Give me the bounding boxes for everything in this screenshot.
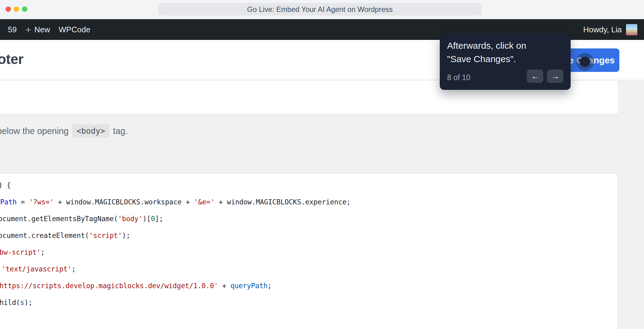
code-token-plain: ); — [24, 299, 33, 306]
code-token-plain: Child( — [0, 299, 20, 306]
new-content-menu[interactable]: + New — [21, 19, 54, 40]
code-token-plain: ; — [72, 265, 76, 273]
code-token-string: '?ws=' — [29, 198, 54, 206]
macos-titlebar: Go Live: Embed Your AI Agent on Wordpres… — [0, 0, 644, 19]
code-line[interactable]: 'mbw-script'; — [0, 244, 618, 261]
next-step-button[interactable]: → — [547, 69, 563, 83]
code-line[interactable]: yPath = '?ws=' + window.MAGICBLOCKS.work… — [0, 194, 618, 210]
code-line[interactable]: Child(s); — [0, 294, 618, 311]
code-editor[interactable]: ) {yPath = '?ws=' + window.MAGICBLOCKS.w… — [0, 173, 618, 329]
zoom-window-icon[interactable] — [22, 6, 27, 12]
code-token-plain: ) { — [0, 181, 11, 189]
code-token-plain: document.createElement( — [0, 232, 89, 239]
previous-step-button[interactable]: ← — [527, 69, 543, 83]
code-token-string: 'https://scripts.develop.magicblocks.dev… — [0, 282, 218, 290]
code-token-variable: queryPath — [230, 282, 268, 290]
click-indicator-dot — [580, 57, 590, 67]
code-token-plain: + window.MAGICBLOCKS.experience; — [215, 198, 351, 206]
code-token-string: 'text/javascript' — [2, 265, 72, 273]
click-indicator — [576, 53, 594, 71]
howdy-label: Howdy, Lia — [583, 25, 622, 34]
code-line[interactable]: ) { — [0, 177, 618, 194]
new-label: New — [34, 25, 50, 34]
code-token-plain: + — [218, 282, 231, 290]
account-menu[interactable]: Howdy, Lia — [583, 19, 637, 40]
code-token-string: 'script' — [89, 232, 122, 239]
code-lines: ) {yPath = '?ws=' + window.MAGICBLOCKS.w… — [0, 177, 618, 311]
instruction-text-before: below the opening — [0, 126, 68, 136]
code-token-plain: ); — [122, 232, 130, 239]
code-token-plain: ; — [268, 282, 272, 290]
code-token-number: 0 — [151, 215, 155, 223]
code-token-plain: + window.MAGICBLOCKS.workspace + — [54, 198, 194, 206]
code-line[interactable]: 'https://scripts.develop.magicblocks.dev… — [0, 278, 618, 294]
code-token-plain: ]; — [155, 215, 163, 223]
code-token-plain: )[ — [143, 215, 151, 223]
step-counter: 8 of 10 — [447, 73, 470, 82]
code-token-string: 'mbw-script' — [0, 248, 41, 256]
body-tag-chip: <body> — [72, 124, 109, 138]
code-token-variable: s — [20, 299, 24, 306]
code-line[interactable]: 'text/javascript'; — [0, 261, 618, 278]
minimize-window-icon[interactable] — [14, 6, 19, 12]
code-line[interactable]: document.getElementsByTagName('body')[0]… — [0, 210, 618, 227]
user-avatar — [626, 24, 637, 35]
arrow-left-icon: ← — [531, 72, 539, 80]
code-token-plain: = — [17, 198, 29, 206]
plus-icon: + — [25, 24, 31, 35]
wpcode-menu[interactable]: WPCode — [54, 19, 95, 40]
code-token-string: 'body' — [118, 215, 142, 223]
code-token-plain: ; — [41, 248, 45, 256]
page-title: oter — [0, 51, 23, 67]
tutorial-tooltip: Afterwards, click on "Save Changes". 8 o… — [440, 34, 571, 90]
comments-count[interactable]: 59 — [4, 19, 21, 40]
instruction-text-after: tag. — [113, 126, 128, 136]
code-token-def: yPath — [0, 198, 17, 206]
close-window-icon[interactable] — [5, 6, 11, 12]
arrow-right-icon: → — [551, 72, 559, 80]
tooltip-text: Afterwards, click on "Save Changes". — [447, 39, 551, 66]
browser-tab[interactable]: Go Live: Embed Your AI Agent on Wordpres… — [158, 3, 481, 16]
code-line[interactable]: document.createElement('script'); — [0, 227, 618, 244]
placement-instruction: below the opening <body> tag. — [0, 124, 128, 138]
code-token-string: '&e=' — [194, 198, 215, 206]
code-token-plain: document.getElementsByTagName( — [0, 215, 118, 223]
tab-title: Go Live: Embed Your AI Agent on Wordpres… — [247, 5, 393, 14]
